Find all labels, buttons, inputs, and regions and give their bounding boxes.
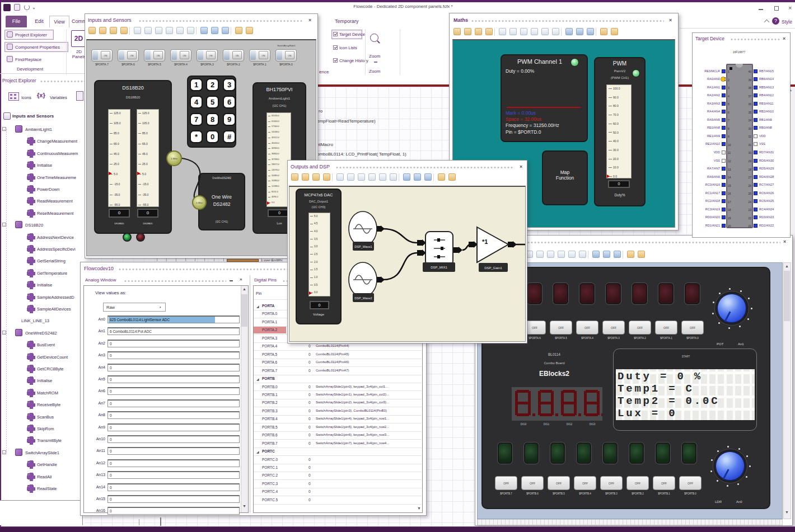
svg-text:DSP_Wave1: DSP_Wave1 [354,245,372,248]
svg-text:*1: *1 [482,238,488,245]
svg-text:DSP_MIX1: DSP_MIX1 [431,266,447,269]
svg-text:DSP_Gain1: DSP_Gain1 [484,266,502,270]
svg-text:DSP_Wave2: DSP_Wave2 [354,296,372,300]
